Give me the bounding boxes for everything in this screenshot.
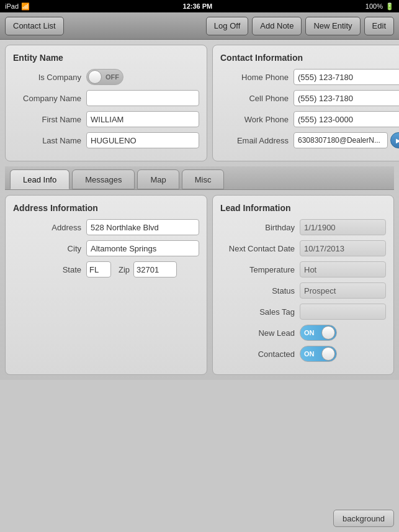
is-company-toggle[interactable]: OFF [86,69,123,85]
top-section: Entity Name Is Company OFF Company Name … [5,45,394,161]
email-row: Email Address 6308307180@DealerN... ► [220,132,399,148]
contacted-knob [321,347,335,361]
birthday-value[interactable]: 1/1/1900 [300,219,386,235]
new-lead-row: New Lead ON [220,325,386,341]
nav-bar: Contact List Log Off Add Note New Entity… [0,12,399,40]
tab-misc[interactable]: Misc [182,169,225,189]
edit-button[interactable]: Edit [364,17,394,35]
address-info-title: Address Information [13,203,199,213]
new-lead-label: New Lead [220,328,295,338]
tab-map[interactable]: Map [137,169,179,189]
add-note-button[interactable]: Add Note [252,17,302,35]
status-row: Status Prospect [220,282,386,299]
contact-list-button[interactable]: Contact List [5,17,64,35]
contact-info-title: Contact Information [220,53,399,63]
entity-name-card: Entity Name Is Company OFF Company Name … [5,45,207,161]
temperature-label: Temperature [220,265,295,274]
contacted-toggle-label: ON [304,350,315,358]
work-phone-input[interactable] [294,111,399,127]
tab-messages[interactable]: Messages [72,169,135,189]
last-name-input[interactable] [86,132,199,148]
email-text: 6308307180@DealerN... [294,132,388,148]
contact-info-card: Contact Information Home Phone Cell Phon… [212,45,399,161]
address-label: Address [13,223,81,232]
work-phone-row: Work Phone [220,111,399,127]
contacted-row: Contacted ON [220,346,386,362]
sales-tag-row: Sales Tag [220,304,386,320]
cell-phone-row: Cell Phone [220,90,399,106]
city-label: City [13,244,81,253]
temperature-row: Temperature Hot [220,261,386,277]
email-label: Email Address [220,136,289,145]
background-button[interactable]: background [333,510,394,527]
wifi-icon: 📶 [21,2,30,11]
next-contact-value[interactable]: 10/17/2013 [300,240,386,256]
battery-icon: 🔋 [385,2,394,11]
bottom-section: Address Information Address City State Z… [5,195,394,375]
log-off-button[interactable]: Log Off [206,17,248,35]
new-entity-button[interactable]: New Entity [305,17,360,35]
cell-phone-label: Cell Phone [220,94,289,103]
state-input[interactable] [86,261,111,277]
sales-tag-value[interactable] [300,304,386,320]
battery-label: 100% [365,2,383,10]
lead-info-card: Lead Information Birthday 1/1/1900 Next … [212,195,394,375]
city-row: City [13,240,199,256]
state-label: State [13,265,81,274]
next-contact-row: Next Contact Date 10/17/2013 [220,240,386,256]
bottom-bar: background [328,505,399,532]
contacted-label: Contacted [220,349,295,359]
tab-bar: Lead Info Messages Map Misc [5,166,394,190]
first-name-label: First Name [13,115,81,124]
state-zip-row: State Zip [13,261,199,277]
company-name-label: Company Name [13,94,81,103]
home-phone-label: Home Phone [220,73,289,82]
status-left: iPad 📶 [5,2,30,11]
city-input[interactable] [86,240,199,256]
status-time: 12:36 PM [183,2,213,10]
email-arrow-button[interactable]: ► [390,132,399,148]
cell-phone-input[interactable] [294,90,399,106]
home-phone-row: Home Phone [220,69,399,85]
ipad-label: iPad [5,2,19,10]
is-company-label: Is Company [13,73,81,82]
zip-input[interactable] [133,261,177,277]
sales-tag-label: Sales Tag [220,307,295,317]
last-name-label: Last Name [13,136,81,145]
status-bar: iPad 📶 12:36 PM 100% 🔋 [0,0,399,12]
company-name-input[interactable] [86,90,199,106]
first-name-row: First Name [13,111,199,127]
address-card: Address Information Address City State Z… [5,195,207,375]
status-right: 100% 🔋 [365,2,394,11]
new-lead-toggle[interactable]: ON [300,325,337,341]
status-label: Status [220,286,295,295]
home-phone-input[interactable] [294,69,399,85]
zip-label: Zip [119,265,130,274]
temperature-value[interactable]: Hot [300,261,386,277]
company-name-row: Company Name [13,90,199,106]
nav-left: Contact List [5,17,64,35]
first-name-input[interactable] [86,111,199,127]
entity-name-title: Entity Name [13,53,199,63]
nav-right: Log Off Add Note New Entity Edit [206,17,394,35]
birthday-row: Birthday 1/1/1900 [220,219,386,235]
last-name-row: Last Name [13,132,199,148]
toggle-knob [88,70,102,84]
next-contact-label: Next Contact Date [220,244,295,253]
address-row: Address [13,219,199,235]
status-value[interactable]: Prospect [300,282,386,299]
new-lead-knob [321,326,335,340]
tab-lead-info[interactable]: Lead Info [10,169,69,189]
main-content: Entity Name Is Company OFF Company Name … [0,40,399,380]
address-input[interactable] [86,219,199,235]
birthday-label: Birthday [220,223,295,232]
contacted-toggle[interactable]: ON [300,346,337,362]
toggle-off-label: OFF [105,73,119,81]
email-value-container: 6308307180@DealerN... ► [294,132,399,148]
new-lead-toggle-label: ON [304,329,315,336]
work-phone-label: Work Phone [220,115,289,124]
lead-info-title: Lead Information [220,203,386,213]
is-company-row: Is Company OFF [13,69,199,85]
